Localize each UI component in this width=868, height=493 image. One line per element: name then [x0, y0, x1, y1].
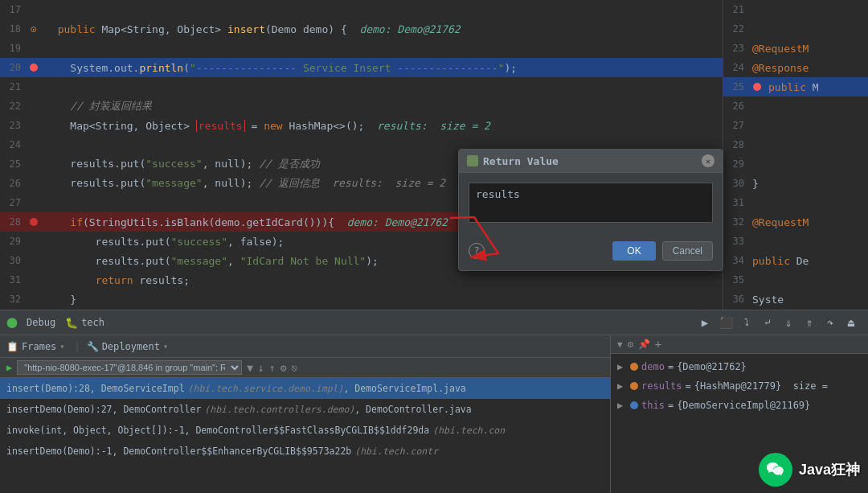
help-icon[interactable]: ? [469, 243, 485, 259]
var-value: {DemoServiceImpl@21169} [677, 400, 810, 411]
frames-label[interactable]: Frames [22, 341, 56, 352]
var-value: {Demo@21762} [677, 361, 747, 372]
vars-list: ▶ demo = {Demo@21762} ▶ results = {HashM… [611, 354, 868, 493]
dialog-close-button[interactable]: ✕ [702, 154, 714, 167]
dialog-buttons: OK Cancel [612, 241, 713, 261]
var-expand-icon[interactable]: ▶ [617, 400, 630, 411]
return-value-input[interactable]: results [469, 183, 713, 223]
line-number: 27 [0, 197, 26, 208]
line-gutter [26, 218, 42, 226]
dialog-icon [467, 155, 478, 166]
run-cursor-button[interactable]: ↷ [821, 314, 839, 331]
code-area: 17 18 ⊙ public Map<String, Object> inser… [0, 0, 868, 310]
variables-panel: ▼ ⚙ 📌 + ▶ demo = {Demo@21762} ▶ results [611, 335, 868, 493]
var-item-demo[interactable]: ▶ demo = {Demo@21762} [617, 357, 862, 376]
line-number: 29 [0, 236, 26, 247]
code-line: 31 [723, 193, 868, 212]
breakpoint-icon [30, 64, 38, 72]
line-gutter [26, 64, 42, 72]
breakpoint-icon [753, 83, 761, 91]
thread-down-icon[interactable]: ↓ [258, 362, 264, 374]
var-type-icon [630, 363, 638, 371]
thread-filter-icon[interactable]: ▼ [247, 362, 253, 374]
line-number: 18 [0, 23, 26, 35]
code-line: 37 [723, 309, 868, 310]
breakpoint-icon [30, 218, 38, 226]
line-content: System.out.println("---------------- Ser… [42, 62, 723, 74]
line-content: // 封装返回结果 [42, 99, 723, 113]
step-into-button[interactable]: ⤶ [759, 314, 776, 331]
code-line: 23 @RequestM [723, 39, 868, 58]
code-line: 32 @RequestM [723, 212, 868, 232]
debug-tab-label[interactable]: Debug [27, 317, 55, 328]
line-content: } [749, 178, 868, 190]
code-line: 29 [723, 154, 868, 174]
code-line: 26 [723, 97, 868, 116]
evaluate-button[interactable]: ⏏ [842, 314, 860, 331]
var-equals: = [668, 400, 674, 411]
frame-main: insertDemo(Demo):-1, DemoController$$Enh… [6, 446, 351, 457]
bottom-panel: 📋 Frames ▾ | 🔧 Deployment ▾ ▶ "http-nio-… [0, 335, 868, 493]
line-number: 24 [0, 139, 26, 150]
vars-pin-icon[interactable]: 📌 [638, 339, 650, 350]
stack-frame-3[interactable]: insertDemo(Demo):-1, DemoController$$Enh… [0, 441, 610, 462]
dialog-footer: ? OK Cancel [459, 235, 723, 270]
frame-secondary: (hbi.tech.service.demo.impl) [188, 383, 344, 394]
vars-filter-icon[interactable]: ⚙ [628, 339, 633, 350]
step-over-button[interactable]: ⤵ [738, 314, 755, 331]
var-item-results[interactable]: ▶ results = {HashMap@21779} size = [617, 376, 862, 396]
stack-frame-2[interactable]: invoke(int, Object, Object[]):-1, DemoCo… [0, 420, 610, 441]
thread-export-icon[interactable]: ⎋ [292, 362, 298, 374]
frames-icon: 📋 [6, 341, 18, 352]
force-step-button[interactable]: ⇓ [780, 314, 797, 331]
var-expand-icon[interactable]: ▶ [617, 361, 630, 372]
code-line: 22 [723, 19, 868, 39]
frames-dropdown[interactable]: ▾ [59, 342, 64, 351]
frame-extra: , DemoServiceImpl.java [343, 383, 465, 394]
code-line: 33 [0, 309, 723, 310]
right-code-panel: 21 22 23 @RequestM 24 @Response 25 publi… [723, 0, 868, 310]
frames-panel: 📋 Frames ▾ | 🔧 Deployment ▾ ▶ "http-nio-… [0, 335, 611, 493]
code-line: 23 Map<String, Object> results = new Has… [0, 116, 723, 135]
line-content: public M [765, 81, 868, 93]
var-type-icon [630, 382, 638, 390]
code-line: 20 System.out.println("---------------- … [0, 58, 723, 77]
line-number: 27 [723, 120, 749, 131]
line-number: 23 [0, 120, 26, 131]
stack-frame-0[interactable]: insert(Demo):28, DemoServiceImpl (hbi.te… [0, 378, 610, 399]
stack-frame-1[interactable]: insertDemo(Demo):27, DemoController (hbi… [0, 399, 610, 420]
tech-tab-label[interactable]: tech [81, 317, 104, 328]
line-number: 21 [0, 81, 26, 92]
line-content: @Response [749, 62, 868, 74]
line-number: 25 [723, 81, 749, 92]
thread-selector[interactable]: "http-nio-8080-exec-17"@18,846 in group … [17, 360, 242, 375]
deployment-label[interactable]: Deployment [102, 341, 160, 352]
line-number: 29 [723, 158, 749, 170]
thread-up-icon[interactable]: ↑ [269, 362, 276, 374]
var-item-this[interactable]: ▶ this = {DemoServiceImpl@21169} [617, 396, 862, 415]
line-content: @RequestM [749, 216, 868, 228]
line-number: 36 [723, 294, 749, 305]
deployment-dropdown[interactable]: ▾ [163, 342, 168, 351]
resume-button[interactable]: ▶ [696, 314, 714, 331]
line-number: 25 [0, 158, 26, 170]
debug-icon: 🐛 [65, 317, 78, 329]
dialog-cancel-button[interactable]: Cancel [662, 241, 713, 261]
code-line: 28 [723, 135, 868, 154]
code-line: 24 @Response [723, 58, 868, 77]
step-out-button[interactable]: ⇑ [800, 314, 818, 331]
code-line: 25 public M [723, 77, 868, 97]
line-number: 20 [0, 62, 26, 73]
dialog-ok-button[interactable]: OK [612, 241, 655, 261]
thread-settings-icon[interactable]: ⚙ [280, 362, 287, 374]
vars-plus-icon[interactable]: + [655, 338, 661, 351]
var-name: demo [641, 361, 665, 372]
var-equals: = [686, 380, 691, 392]
line-number: 22 [0, 101, 26, 112]
var-expand-icon[interactable]: ▶ [617, 380, 630, 392]
thread-play-icon: ▶ [6, 362, 12, 373]
line-content: } [42, 294, 723, 306]
line-number: 32 [723, 216, 749, 228]
stop-button[interactable]: ⬛ [717, 314, 735, 331]
frame-secondary: (hbi.tech.con [432, 425, 505, 436]
